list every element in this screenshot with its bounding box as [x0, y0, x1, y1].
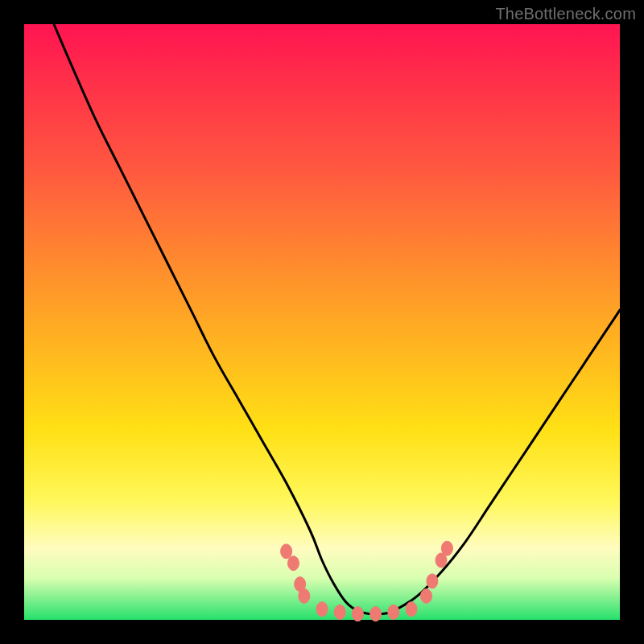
- bottleneck-curve: [54, 24, 620, 614]
- curve-marker: [421, 588, 432, 603]
- curve-layer: [24, 24, 620, 620]
- curve-marker: [352, 607, 363, 621]
- curve-marker: [299, 588, 310, 603]
- curve-marker: [427, 574, 438, 588]
- curve-marker: [370, 607, 382, 621]
- curve-markers: [281, 541, 453, 621]
- curve-marker: [388, 605, 399, 619]
- curve-marker: [334, 605, 345, 619]
- curve-marker: [281, 544, 292, 559]
- curve-marker: [287, 556, 299, 571]
- curve-marker: [406, 602, 417, 617]
- chart-frame: TheBottleneck.com: [0, 0, 644, 644]
- curve-marker: [441, 541, 452, 555]
- plot-area: [24, 24, 620, 620]
- curve-marker: [316, 602, 328, 617]
- watermark-text: TheBottleneck.com: [495, 5, 636, 23]
